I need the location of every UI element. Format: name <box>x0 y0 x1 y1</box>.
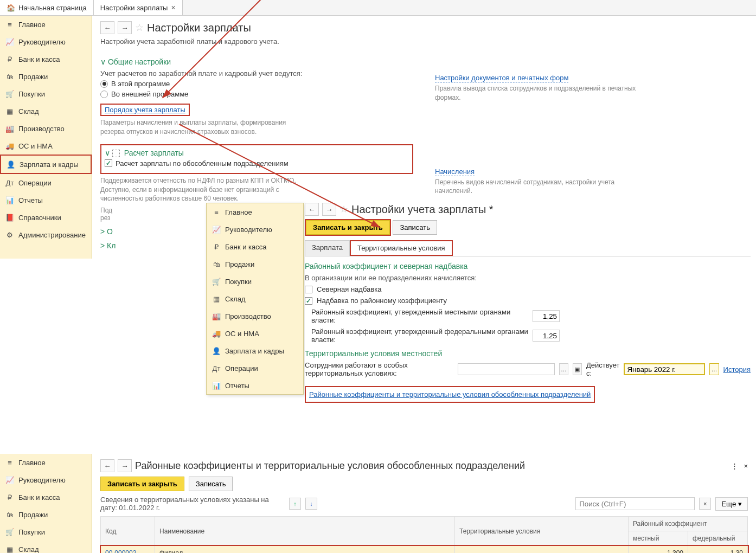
col-name[interactable]: Наименование <box>155 517 455 546</box>
date-input[interactable] <box>624 363 705 375</box>
sidebar-item[interactable]: 🛒Покупки <box>0 523 92 541</box>
date-label: Действует с: <box>586 361 619 377</box>
bottom-nav-fwd[interactable]: → <box>118 459 132 472</box>
search-clear[interactable]: × <box>699 498 711 510</box>
radio-external[interactable] <box>100 91 108 98</box>
section-general[interactable]: Общие настройки <box>100 57 413 66</box>
sidebar-item[interactable]: 🛍Продажи <box>0 506 92 523</box>
sidebar-item[interactable]: ≡Главное <box>207 203 303 221</box>
nav-fwd[interactable]: → <box>118 21 132 34</box>
terr-open[interactable]: ▣ <box>573 363 582 375</box>
sidebar-item[interactable]: ≡Главное <box>0 454 92 471</box>
sidebar-icon: ⚙ <box>5 230 14 239</box>
tab-current-label: Настройки зарплаты <box>100 4 168 12</box>
radio-this-program[interactable] <box>100 80 108 88</box>
coef2-input[interactable] <box>533 330 560 342</box>
form-star-icon[interactable]: ☆ <box>339 203 348 215</box>
sidebar-item[interactable]: 📈Руководителю <box>0 33 92 50</box>
sidebar-icon: ▦ <box>5 545 14 553</box>
sidebar-item[interactable]: 🛒Покупки <box>0 85 92 102</box>
bottom-nav-back[interactable]: ← <box>100 459 114 472</box>
detail-link[interactable]: Районные коэффициенты и территориальные … <box>309 390 591 398</box>
docs-link[interactable]: Настройки документов и печатных форм <box>435 74 568 82</box>
bottom-save-button[interactable]: Записать <box>189 477 233 491</box>
sidebar-item[interactable]: 🛍Продажи <box>207 255 303 273</box>
sidebar-item[interactable]: 📊Отчеты <box>0 191 92 209</box>
sidebar-item[interactable]: 📊Отчеты <box>207 377 303 394</box>
bottom-close-icon[interactable]: × <box>744 462 748 470</box>
star-icon[interactable]: ☆ <box>135 22 144 34</box>
sidebar-label: Склад <box>18 107 39 115</box>
calc-section-check[interactable] <box>112 150 120 157</box>
accruals-link[interactable]: Начисления <box>435 168 475 176</box>
tab-territorial[interactable]: Территориальные условия <box>350 240 453 256</box>
form-save-close-button[interactable]: Записать и закрыть <box>306 220 390 235</box>
terr-label: Сотрудники работают в особых территориал… <box>305 361 453 377</box>
nav-back[interactable]: ← <box>100 21 114 34</box>
sidebar-item[interactable]: 🏭Производство <box>207 307 303 325</box>
sidebar-item[interactable]: ДтОперации <box>207 359 303 377</box>
coef1-label: Районный коэффициент, утвержденный местн… <box>311 308 528 324</box>
form-nav-fwd[interactable]: → <box>322 203 336 216</box>
sidebar-item[interactable]: 👤Зарплата и кадры <box>0 155 92 174</box>
sidebar-item[interactable]: 📕Справочники <box>0 209 92 226</box>
sidebar-icon: 🛒 <box>5 89 14 98</box>
sidebar-item[interactable]: ▦Склад <box>0 541 92 553</box>
sidebar-item[interactable]: ₽Банк и касса <box>0 488 92 506</box>
sidebar-item[interactable]: 👤Зарплата и кадры <box>207 342 303 359</box>
bottom-more-icon[interactable]: ⋮ <box>731 462 738 470</box>
sidebar-item[interactable]: 📈Руководителю <box>207 221 303 238</box>
col-federal[interactable]: федеральный <box>688 531 748 546</box>
col-terr[interactable]: Территориальные условия <box>455 517 629 546</box>
sidebar-item[interactable]: ДтОперации <box>0 174 92 191</box>
radio2-label: Во внешней программе <box>111 90 188 98</box>
sidebar-item[interactable]: ₽Банк и касса <box>207 238 303 255</box>
coef1-input[interactable] <box>533 310 560 322</box>
order-link[interactable]: Порядок учета зарплаты <box>105 106 185 114</box>
tab-current[interactable]: Настройки зарплаты × <box>94 0 183 15</box>
form-save-button[interactable]: Записать <box>393 220 437 235</box>
section-calc[interactable]: Расчет зарплаты <box>105 149 409 157</box>
sidebar-item[interactable]: ▦Склад <box>0 102 92 120</box>
sort-down-button[interactable]: ↓ <box>305 498 317 510</box>
sidebar-item[interactable]: 🚚ОС и НМА <box>0 137 92 155</box>
date-dots[interactable]: … <box>709 363 719 375</box>
col-code[interactable]: Код <box>101 517 155 546</box>
sidebar-icon: 🚚 <box>5 142 14 150</box>
sidebar-label: Руководителю <box>18 476 66 484</box>
sidebar-item[interactable]: 📈Руководителю <box>0 471 92 488</box>
sidebar-item[interactable]: 🛒Покупки <box>207 273 303 290</box>
col-local[interactable]: местный <box>629 531 688 546</box>
sidebar-icon: 🏭 <box>5 124 14 133</box>
history-link[interactable]: История <box>723 365 751 374</box>
terr-dots[interactable]: … <box>559 363 568 375</box>
sidebar-icon: Дт <box>5 178 14 187</box>
tab-salary[interactable]: Зарплата <box>305 240 350 256</box>
regional-check[interactable] <box>305 297 312 305</box>
sidebar-item[interactable]: ₽Банк и касса <box>0 50 92 68</box>
close-icon[interactable]: × <box>171 3 175 12</box>
sidebar-item[interactable]: 🚚ОС и НМА <box>207 325 303 342</box>
sidebar-item[interactable]: 🏭Производство <box>0 120 92 137</box>
sidebar-icon: 🛍 <box>5 510 14 519</box>
sidebar-label: Отчеты <box>225 382 249 390</box>
calc-subdiv-check[interactable] <box>105 159 112 167</box>
bottom-save-close-button[interactable]: Записать и закрыть <box>100 477 184 491</box>
sort-up-button[interactable]: ↑ <box>289 498 301 510</box>
sidebar-label: Склад <box>225 295 246 303</box>
table-row[interactable]: 00-000002 Филиал 1,300 1,30 <box>101 546 748 553</box>
north-check[interactable] <box>305 286 312 293</box>
sidebar-item[interactable]: ▦Склад <box>207 290 303 307</box>
search-input[interactable] <box>575 497 695 510</box>
sidebar-label: Отчеты <box>18 196 43 204</box>
more-button[interactable]: Еще ▾ <box>715 497 748 511</box>
sidebar-item[interactable]: ≡Главное <box>0 16 92 33</box>
form-nav-back[interactable]: ← <box>305 203 319 216</box>
tab-home[interactable]: 🏠 Начальная страница <box>0 0 94 15</box>
sidebar-item[interactable]: ⚙Администрирование <box>0 226 92 243</box>
terr-input[interactable] <box>458 363 555 375</box>
north-label: Северная надбавка <box>317 285 381 293</box>
col-coef[interactable]: Районный коэффициент <box>629 517 748 531</box>
sidebar-label: Продажи <box>18 511 48 519</box>
sidebar-item[interactable]: 🛍Продажи <box>0 68 92 85</box>
